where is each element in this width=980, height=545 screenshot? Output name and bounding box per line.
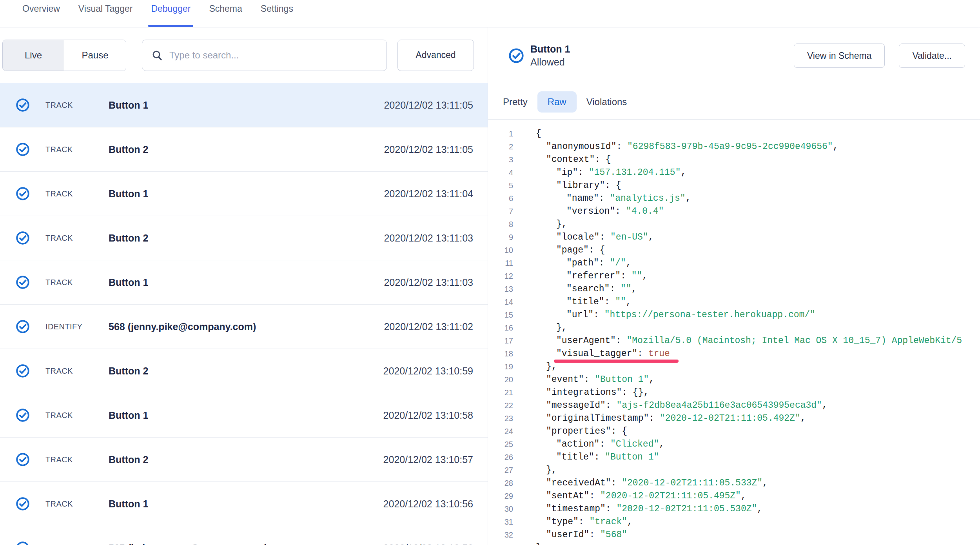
code-line-text: "timestamp": "2020-12-02T21:11:05.530Z", xyxy=(536,503,762,516)
event-row[interactable]: IDENTIFY568 (jenny.pike@company.com)2020… xyxy=(0,305,488,349)
event-timestamp: 2020/12/02 13:10:56 xyxy=(383,498,473,510)
code-line: 1{ xyxy=(488,127,980,140)
live-button[interactable]: Live xyxy=(3,40,64,71)
event-type: TRACK xyxy=(45,101,109,110)
top-nav: Overview Visual Tagger Debugger Schema S… xyxy=(0,0,980,27)
event-type: TRACK xyxy=(45,234,109,243)
event-row[interactable]: TRACKButton 22020/12/02 13:10:57 xyxy=(0,438,488,482)
event-list-toolbar: Live Pause Advanced xyxy=(0,27,488,83)
code-line-text: { xyxy=(536,127,541,140)
code-line: 6"name": "analytics.js", xyxy=(488,192,980,205)
line-number: 14 xyxy=(488,296,513,309)
event-status-label: Allowed xyxy=(530,56,570,69)
line-number: 8 xyxy=(488,218,513,231)
event-name: Button 1 xyxy=(109,277,384,288)
event-row[interactable]: TRACKButton 12020/12/02 13:10:58 xyxy=(0,393,488,438)
code-line: 8}, xyxy=(488,218,980,231)
event-type: TRACK xyxy=(45,500,109,509)
event-timestamp: 2020/12/02 13:11:05 xyxy=(384,144,473,155)
code-line: 4"ip": "157.131.204.115", xyxy=(488,166,980,179)
event-list[interactable]: TRACKButton 12020/12/02 13:11:05 TRACKBu… xyxy=(0,83,488,545)
event-name: Button 2 xyxy=(109,365,383,377)
line-number: 9 xyxy=(488,231,513,244)
advanced-button[interactable]: Advanced xyxy=(397,40,474,71)
event-type: TRACK xyxy=(45,189,109,198)
code-line-text: "userId": "568" xyxy=(536,529,627,541)
event-type: IDENTIFY xyxy=(45,544,109,545)
code-line-text: "locale": "en-US", xyxy=(536,231,653,244)
line-number: 4 xyxy=(488,166,513,179)
pause-button[interactable]: Pause xyxy=(64,40,126,71)
code-line: 12"referrer": "", xyxy=(488,270,980,283)
line-number: 19 xyxy=(488,360,513,373)
scrollbar-track[interactable] xyxy=(979,0,979,545)
visual-tagger-annotation: "visual_tagger": true xyxy=(556,347,670,360)
code-line: 21"integrations": {}, xyxy=(488,386,980,399)
code-line: 17"userAgent": "Mozilla/5.0 (Macintosh; … xyxy=(488,334,980,347)
event-row[interactable]: TRACKButton 22020/12/02 13:11:03 xyxy=(0,216,488,260)
view-in-schema-button[interactable]: View in Schema xyxy=(794,44,885,68)
code-line: 33} xyxy=(488,541,980,545)
code-line-text: } xyxy=(536,541,541,545)
event-row[interactable]: TRACKButton 12020/12/02 13:11:05 xyxy=(0,83,488,127)
tab-violations[interactable]: Violations xyxy=(581,91,633,113)
line-number: 23 xyxy=(488,412,513,425)
code-line-text: "library": { xyxy=(536,179,621,192)
event-row[interactable]: TRACKButton 22020/12/02 13:11:05 xyxy=(0,127,488,172)
search-input[interactable] xyxy=(169,49,377,61)
line-number: 31 xyxy=(488,516,513,529)
validate-button[interactable]: Validate... xyxy=(899,44,965,68)
event-timestamp: 2020/12/02 13:10:58 xyxy=(383,410,473,421)
code-line-text: "ip": "157.131.204.115", xyxy=(536,166,686,179)
check-circle-icon xyxy=(16,541,30,545)
tab-raw[interactable]: Raw xyxy=(537,91,577,113)
line-number: 1 xyxy=(488,127,513,140)
code-line-text: "messageId": "ajs-f2db8ea4a25b116e3ac065… xyxy=(536,399,828,412)
event-title: Button 1 xyxy=(530,43,570,56)
event-type: TRACK xyxy=(45,145,109,154)
raw-json-view[interactable]: 1{2"anonymousId": "6298f583-979b-45a9-9c… xyxy=(488,120,980,545)
code-line: 29"sentAt": "2020-12-02T21:11:05.495Z", xyxy=(488,490,980,503)
code-line-text: "userAgent": "Mozilla/5.0 (Macintosh; In… xyxy=(536,334,962,347)
check-circle-icon xyxy=(16,497,30,511)
event-row[interactable]: TRACKButton 12020/12/02 13:10:56 xyxy=(0,482,488,526)
code-line-text: "receivedAt": "2020-12-02T21:11:05.533Z"… xyxy=(536,477,768,490)
code-line: 32"userId": "568" xyxy=(488,529,980,541)
code-line-text: "page": { xyxy=(536,244,605,257)
event-timestamp: 2020/12/02 13:11:03 xyxy=(384,233,473,244)
line-number: 30 xyxy=(488,503,513,516)
event-row[interactable]: TRACKButton 12020/12/02 13:11:03 xyxy=(0,260,488,305)
code-line: 5"library": { xyxy=(488,179,980,192)
code-line-text: "sentAt": "2020-12-02T21:11:05.495Z", xyxy=(536,490,746,503)
code-line-text: "url": "https://persona-tester.herokuapp… xyxy=(536,309,815,322)
check-circle-icon xyxy=(16,452,30,467)
event-name: Button 1 xyxy=(109,410,383,421)
code-line-text: "event": "Button 1", xyxy=(536,373,654,386)
code-line: 20"event": "Button 1", xyxy=(488,373,980,386)
search-box[interactable] xyxy=(142,40,387,71)
tab-pretty[interactable]: Pretty xyxy=(497,91,533,113)
tab-overview[interactable]: Overview xyxy=(22,0,60,27)
event-name: Button 1 xyxy=(109,188,384,200)
line-number: 32 xyxy=(488,529,513,541)
tab-visual-tagger[interactable]: Visual Tagger xyxy=(78,0,133,27)
check-circle-icon xyxy=(16,231,30,245)
detail-tabs: Pretty Raw Violations xyxy=(488,84,980,120)
tab-debugger[interactable]: Debugger xyxy=(151,0,191,27)
code-line: 11"path": "/", xyxy=(488,257,980,270)
check-circle-icon xyxy=(16,275,30,289)
live-pause-toggle: Live Pause xyxy=(2,40,126,71)
code-line: 22"messageId": "ajs-f2db8ea4a25b116e3ac0… xyxy=(488,399,980,412)
check-circle-icon xyxy=(16,98,30,112)
tab-settings[interactable]: Settings xyxy=(261,0,293,27)
event-row[interactable]: TRACKButton 22020/12/02 13:10:59 xyxy=(0,349,488,393)
event-row[interactable]: TRACKButton 12020/12/02 13:11:04 xyxy=(0,172,488,216)
code-line-text: }, xyxy=(536,218,567,231)
line-number: 24 xyxy=(488,425,513,438)
tab-schema[interactable]: Schema xyxy=(209,0,242,27)
event-list-panel: Live Pause Advanced TRACKButton 12020/12… xyxy=(0,27,488,545)
event-row[interactable]: IDENTIFY565 (hal.sturgeon@company.com)20… xyxy=(0,526,488,545)
event-detail-panel: Button 1 Allowed View in Schema Validate… xyxy=(488,27,980,545)
event-timestamp: 2020/12/02 13:11:02 xyxy=(384,321,473,332)
code-line: 28"receivedAt": "2020-12-02T21:11:05.533… xyxy=(488,477,980,490)
